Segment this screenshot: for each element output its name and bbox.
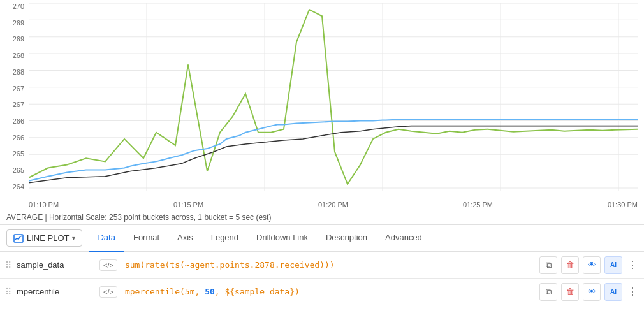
formula-suffix-1: , ${sample_data}) [215,287,300,296]
eye-button-1[interactable]: 👁 [583,283,601,301]
code-toggle-0[interactable]: </> [99,259,117,271]
plot-type-label: LINE PLOT [27,233,69,243]
delete-button-1[interactable]: 🗑 [561,283,579,301]
y-label-7: 266 [13,118,24,125]
x-label-3: 01:25 PM [463,201,493,208]
formula-highlight-1: 50 [205,287,215,296]
status-bar: AVERAGE | Horizontal Scale: 253 point bu… [0,210,644,225]
tab-data[interactable]: Data [89,225,124,252]
tab-legend-label: Legend [211,233,238,242]
tab-axis-label: Axis [177,233,193,242]
x-label-4: 01:30 PM [608,201,638,208]
eye-button-0[interactable]: 👁 [583,256,601,274]
y-label-1: 269 [13,20,24,27]
metric-row-0: ⠿ sample_data </> sum(rate(ts(~agent.poi… [0,252,644,279]
tab-description[interactable]: Description [317,225,376,252]
drag-handle-1[interactable]: ⠿ [5,287,11,297]
drag-handle-0[interactable]: ⠿ [5,260,11,270]
status-text: AVERAGE | Horizontal Scale: 253 point bu… [6,213,271,222]
y-label-5: 267 [13,85,24,92]
metric-actions-1: ⧉ 🗑 👁 AI ⋮ [539,283,639,301]
y-label-0: 270 [13,3,24,10]
line-plot-icon [13,234,24,243]
y-label-2: 269 [13,36,24,43]
y-label-9: 265 [13,150,24,157]
chart-container: 270 269 269 268 268 267 267 266 266 265 … [0,0,644,210]
x-axis-labels: 01:10 PM 01:15 PM 01:20 PM 01:25 PM 01:3… [29,201,638,208]
x-label-2: 01:20 PM [318,201,348,208]
tab-description-label: Description [326,233,367,242]
tab-drilldown-link[interactable]: Drilldown Link [247,225,317,252]
eye-icon-0: 👁 [588,260,596,270]
tab-drilldown-label: Drilldown Link [256,233,308,242]
y-label-3: 268 [13,52,24,59]
copy-icon-0: ⧉ [546,260,552,270]
ai-button-0[interactable]: AI [604,256,622,274]
tabs-row: LINE PLOT ▾ Data Format Axis Legend Dril… [0,225,644,252]
chart-area [29,3,638,191]
y-label-8: 266 [13,134,24,142]
metric-actions-0: ⧉ 🗑 👁 AI ⋮ [539,256,639,274]
y-label-11: 264 [13,184,24,191]
trash-icon-1: 🗑 [566,287,574,296]
formula-prefix-1: mpercentile(5m, [125,287,205,296]
code-toggle-1[interactable]: </> [99,286,117,298]
tab-format-label: Format [133,233,159,242]
tab-format[interactable]: Format [124,225,168,252]
trash-icon-0: 🗑 [566,260,574,270]
y-label-6: 267 [13,101,24,108]
ai-label-0: AI [610,261,617,268]
tab-axis[interactable]: Axis [168,225,202,252]
tab-advanced-label: Advanced [385,233,422,242]
metric-row-1: ⠿ mpercentile </> mpercentile(5m, 50, ${… [0,279,644,305]
more-button-0[interactable]: ⋮ [626,256,639,274]
copy-button-0[interactable]: ⧉ [539,256,557,274]
chevron-down-icon: ▾ [72,235,75,242]
metric-formula-0: sum(rate(ts(~agent.points.2878.received)… [125,260,534,270]
eye-icon-1: 👁 [588,287,596,296]
metric-name-0: sample_data [17,260,99,270]
plot-type-button[interactable]: LINE PLOT ▾ [6,229,82,247]
tab-legend[interactable]: Legend [202,225,247,252]
x-label-0: 01:10 PM [29,201,59,208]
formula-text-0: sum(rate(ts(~agent.points.2878.received)… [125,260,335,270]
more-button-1[interactable]: ⋮ [626,283,639,301]
copy-button-1[interactable]: ⧉ [539,283,557,301]
ai-label-1: AI [610,288,617,295]
copy-icon-1: ⧉ [546,287,552,297]
tab-data-label: Data [98,233,115,242]
chart-svg [29,3,638,191]
x-label-1: 01:15 PM [173,201,203,208]
ai-button-1[interactable]: AI [604,283,622,301]
y-label-4: 268 [13,69,24,76]
metrics-container: ⠿ sample_data </> sum(rate(ts(~agent.poi… [0,252,644,305]
tab-advanced[interactable]: Advanced [376,225,431,252]
delete-button-0[interactable]: 🗑 [561,256,579,274]
metric-formula-1: mpercentile(5m, 50, ${sample_data}) [125,287,534,296]
y-axis-labels: 270 269 269 268 268 267 267 266 266 265 … [0,3,27,191]
y-label-10: 265 [13,167,24,174]
metric-name-1: mpercentile [17,287,99,296]
